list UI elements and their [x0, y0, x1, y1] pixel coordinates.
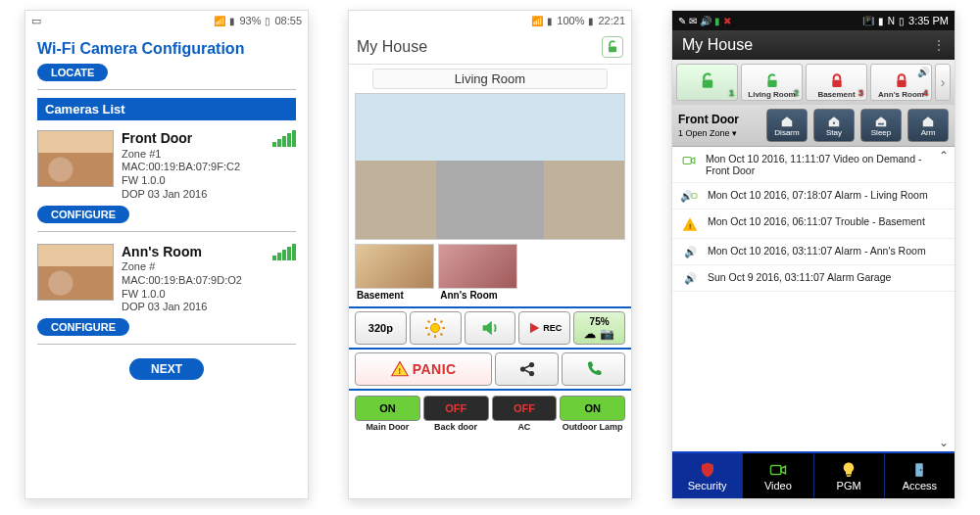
mode-stay-button[interactable]: Stay: [813, 109, 855, 142]
divider: [37, 231, 296, 232]
pgm-item[interactable]: OFF Back door: [423, 396, 489, 432]
event-text: Mon Oct 10 2016, 03:11:07 Alarm - Ann's …: [708, 245, 926, 257]
battery-icon: ▯: [265, 16, 270, 26]
panic-button[interactable]: ! PANIC: [355, 352, 492, 386]
call-button[interactable]: [562, 352, 625, 386]
svg-rect-22: [683, 158, 691, 164]
brightness-button[interactable]: [410, 311, 462, 345]
event-row[interactable]: Mon Oct 10 2016, 11:11:07 Video on Deman…: [672, 147, 955, 183]
svg-point-20: [833, 121, 835, 123]
shield-icon: [699, 461, 716, 479]
nav-security[interactable]: Security: [672, 453, 743, 498]
storage-pct: 75%: [590, 316, 610, 327]
event-row[interactable]: 🔊 Mon Oct 10 2016, 03:11:07 Alarm - Ann'…: [672, 239, 955, 265]
camera-name: Front Door: [122, 130, 192, 146]
lock-open-icon: [699, 72, 716, 90]
screen-live-view: 📶 ▮ 100% ▮ 22:21 My House Living Room Ba…: [348, 10, 632, 499]
camera-fw: FW 1.0.0: [122, 174, 296, 188]
event-row[interactable]: ! Mon Oct 10 2016, 06:11:07 Trouble - Ba…: [672, 210, 955, 239]
nav-access[interactable]: Access: [885, 453, 955, 498]
battery-icon: ▯: [899, 16, 905, 26]
record-button[interactable]: REC: [518, 311, 570, 345]
edit-icon: ✎: [678, 16, 686, 26]
area-tile[interactable]: 3 Basement: [806, 64, 867, 101]
storage-button[interactable]: 75% ☁︎ 📷: [573, 311, 625, 345]
pgm-item[interactable]: ON Outdoor Lamp: [560, 396, 625, 432]
event-text: Mon Oct 10 2016, 11:11:07 Video on Deman…: [706, 153, 947, 176]
camera-dop: DOP 03 Jan 2016: [122, 188, 296, 202]
camera-row: Ann's Room Zone # MAC:00:19:BA:07:9D:O2 …: [37, 240, 296, 319]
pgm-item[interactable]: ON Main Door: [355, 396, 420, 432]
camera-mac: MAC:00:19:BA:07:9F:C2: [122, 161, 296, 174]
svg-rect-26: [916, 463, 924, 477]
locate-button[interactable]: LOCATE: [37, 64, 108, 81]
divider: [349, 306, 631, 308]
svg-rect-21: [878, 122, 884, 124]
lock-alarm-icon: [894, 73, 909, 89]
warning-icon: ✖: [723, 16, 731, 26]
pgm-label: Outdoor Lamp: [560, 422, 625, 432]
nav-pgm[interactable]: PGM: [814, 453, 885, 498]
camera-row: Front Door Zone #1 MAC:00:19:BA:07:9F:C2…: [37, 126, 296, 206]
event-row[interactable]: 🔊 Sun Oct 9 2016, 03:11:07 Alarm Garage: [672, 265, 955, 292]
camera-thumbnail[interactable]: [37, 244, 114, 301]
area-tile[interactable]: 2 Living Room: [741, 64, 803, 101]
menu-icon[interactable]: ⋮: [933, 38, 945, 52]
camera-zone: Zone #1: [122, 148, 296, 162]
share-button[interactable]: [495, 352, 559, 386]
pgm-state: OFF: [423, 396, 489, 421]
next-button[interactable]: NEXT: [129, 358, 204, 380]
sun-icon: [424, 317, 446, 339]
event-row[interactable]: 🔊 Mon Oct 10 2016, 07:18:07 Alarm - Livi…: [672, 183, 955, 210]
mode-disarm-button[interactable]: Disarm: [766, 109, 808, 142]
page-title: Wi-Fi Camera Configuration: [37, 40, 296, 58]
divider: [349, 389, 631, 391]
areas-scroll-right[interactable]: ›: [935, 64, 951, 101]
cameras-list-header: Cameras List: [37, 98, 296, 120]
svg-rect-23: [692, 194, 697, 199]
nav-video[interactable]: Video: [743, 453, 813, 498]
house-open-icon: [780, 115, 794, 128]
play-icon: [527, 321, 541, 335]
screen-security: ✎ ✉ 🔊 ▮ ✖ 📳 ▮ N ▯ 3:35 PM My House ⋮ 1 2…: [671, 10, 956, 499]
pgm-item[interactable]: OFF AC: [492, 396, 558, 432]
pgm-state: ON: [355, 396, 420, 421]
sound-button[interactable]: [465, 311, 516, 345]
svg-rect-17: [767, 80, 776, 87]
mail-icon: ✉: [689, 16, 697, 26]
resolution-button[interactable]: 320p: [355, 311, 407, 345]
zone-selector[interactable]: Front Door 1 Open Zone ▾: [678, 113, 760, 138]
svg-line-6: [428, 321, 430, 323]
camera-thumbnail[interactable]: [37, 130, 114, 187]
mode-arm-button[interactable]: Arm: [907, 109, 949, 142]
camera-thumb[interactable]: Basement: [355, 244, 434, 302]
mode-sleep-button[interactable]: Sleep: [860, 109, 902, 142]
clock: 3:35 PM: [908, 15, 949, 26]
divider: [349, 348, 631, 350]
signal-icon: ▮: [878, 16, 884, 26]
scroll-up-icon[interactable]: ⌃: [937, 149, 951, 163]
divider: [37, 344, 296, 345]
divider: [37, 89, 296, 90]
svg-rect-25: [770, 465, 781, 474]
camera-name: Ann's Room: [122, 244, 202, 259]
area-tile[interactable]: 🔊 4 Ann's Room: [870, 64, 932, 101]
svg-rect-16: [702, 80, 712, 88]
signal-strength-icon: [272, 244, 296, 260]
configure-button[interactable]: CONFIGURE: [37, 318, 129, 336]
scroll-down-icon[interactable]: ⌄: [937, 436, 951, 449]
svg-line-7: [441, 334, 443, 336]
live-video-frame[interactable]: [355, 93, 625, 240]
camera-thumb[interactable]: Ann's Room: [438, 244, 517, 302]
lock-open-icon[interactable]: [602, 36, 623, 58]
area-tile[interactable]: 1: [676, 64, 738, 101]
siren-icon: 🔊: [917, 67, 929, 77]
configure-button[interactable]: CONFIGURE: [37, 206, 129, 223]
current-room-label[interactable]: Living Room: [372, 69, 608, 89]
pgm-label: Main Door: [355, 422, 420, 432]
warning-icon: !: [391, 360, 409, 378]
status-bar: 📶 ▮ 100% ▮ 22:21: [349, 11, 631, 30]
zone-sub: 1 Open Zone ▾: [678, 128, 737, 138]
recent-apps-icon: ▭: [31, 15, 41, 27]
svg-line-14: [524, 365, 530, 368]
